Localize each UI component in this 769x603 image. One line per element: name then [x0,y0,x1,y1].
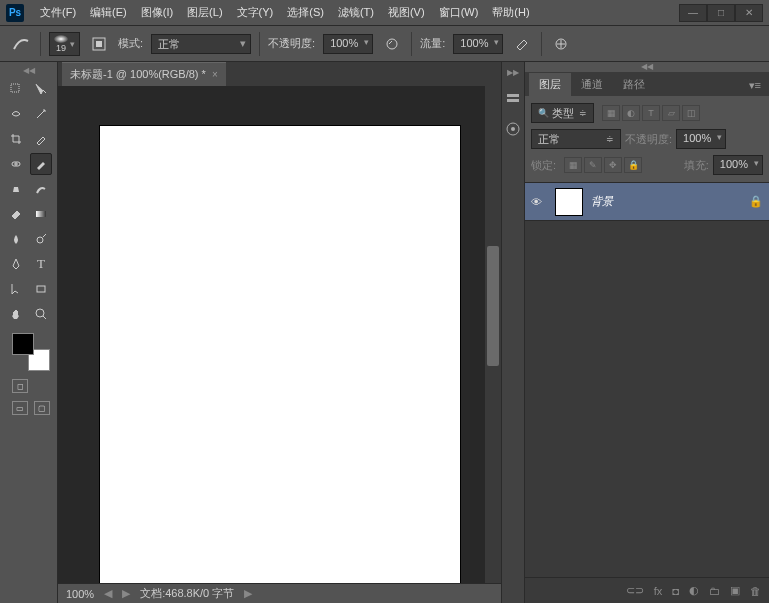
lock-pixels-icon[interactable]: ✎ [584,157,602,173]
layer-blend-mode-value: 正常 [538,132,560,147]
layer-row[interactable]: 👁 背景 🔒 [525,183,769,221]
quick-mask-toggle[interactable]: ◻ [12,379,28,393]
marquee-tool[interactable] [30,78,52,100]
filter-shape-icon[interactable]: ▱ [662,105,680,121]
screen-mode-standard[interactable]: ▭ [12,401,28,415]
menu-layer[interactable]: 图层(L) [181,2,228,23]
maximize-button[interactable]: □ [707,4,735,22]
blend-mode-select[interactable]: 正常 [151,34,251,54]
filter-pixel-icon[interactable]: ▦ [602,105,620,121]
clone-stamp-tool[interactable] [5,178,27,200]
pressure-size-icon[interactable] [550,33,572,55]
panel-menu-icon[interactable]: ▾≡ [741,75,769,96]
type-tool[interactable]: T [30,253,52,275]
pen-tool[interactable] [5,253,27,275]
foreground-color[interactable] [12,333,34,355]
canvas[interactable] [100,126,460,583]
healing-brush-tool[interactable] [5,153,27,175]
gradient-tool[interactable] [30,203,52,225]
tab-layers[interactable]: 图层 [529,73,571,96]
canvas-viewport[interactable] [58,86,501,583]
filter-smart-icon[interactable]: ◫ [682,105,700,121]
lock-all-icon[interactable]: 🔒 [624,157,642,173]
filter-type-select[interactable]: 🔍类型≑ [531,103,594,123]
vertical-scrollbar[interactable] [485,86,501,583]
scrollbar-thumb[interactable] [487,246,499,366]
document-tab-close[interactable]: × [212,69,218,80]
layer-thumbnail[interactable] [555,188,583,216]
zoom-level[interactable]: 100% [66,588,94,600]
pressure-opacity-icon[interactable] [381,33,403,55]
lock-position-icon[interactable]: ✥ [604,157,622,173]
document-tab[interactable]: 未标题-1 @ 100%(RGB/8) * × [62,62,226,86]
minimize-button[interactable]: — [679,4,707,22]
lasso-tool[interactable] [5,103,27,125]
layer-mask-icon[interactable]: ◘ [672,585,679,597]
menu-view[interactable]: 视图(V) [382,2,431,23]
menu-edit[interactable]: 编辑(E) [84,2,133,23]
screen-mode-full[interactable]: ▢ [34,401,50,415]
menu-file[interactable]: 文件(F) [34,2,82,23]
crop-tool[interactable] [5,128,27,150]
delete-layer-icon[interactable]: 🗑 [750,585,761,597]
menu-select[interactable]: 选择(S) [281,2,330,23]
dodge-tool[interactable] [30,228,52,250]
menu-filter[interactable]: 滤镜(T) [332,2,380,23]
tab-paths[interactable]: 路径 [613,73,655,96]
layers-list[interactable]: 👁 背景 🔒 [525,183,769,577]
menu-help[interactable]: 帮助(H) [486,2,535,23]
move-tool[interactable] [5,78,27,100]
layer-blend-mode-select[interactable]: 正常≑ [531,129,621,149]
blur-tool[interactable] [5,228,27,250]
new-layer-icon[interactable]: ▣ [730,584,740,597]
group-icon[interactable]: 🗀 [709,585,720,597]
filter-type-icon[interactable]: T [642,105,660,121]
layer-visibility-icon[interactable]: 👁 [531,196,547,208]
brush-preset-picker[interactable]: 19 ▾ [49,32,80,56]
toolbox-collapse[interactable]: ◀◀ [6,66,51,76]
adjustment-layer-icon[interactable]: ◐ [689,584,699,597]
menu-window[interactable]: 窗口(W) [433,2,485,23]
color-swatches[interactable] [12,333,50,371]
svg-rect-11 [507,99,519,102]
dock-collapse[interactable]: ▶▶ [507,68,519,78]
history-brush-tool[interactable] [30,178,52,200]
panels-collapse[interactable]: ◀◀ [525,62,769,72]
zoom-in-icon[interactable]: ▶ [122,587,130,600]
lock-transparent-icon[interactable]: ▦ [564,157,582,173]
brush-panel-toggle-icon[interactable] [88,33,110,55]
menu-image[interactable]: 图像(I) [135,2,179,23]
layer-style-icon[interactable]: fx [654,585,663,597]
filter-adjust-icon[interactable]: ◐ [622,105,640,121]
airbrush-icon[interactable] [511,33,533,55]
brush-tool[interactable] [30,153,52,175]
svg-rect-10 [507,94,519,97]
layer-name[interactable]: 背景 [591,194,741,209]
link-layers-icon[interactable]: ⊂⊃ [626,584,644,597]
flow-input[interactable]: 100% [453,34,503,54]
eyedropper-tool[interactable] [30,128,52,150]
layer-opacity-input[interactable]: 100% [676,129,726,149]
hand-tool[interactable] [5,303,27,325]
flow-label: 流量: [420,36,445,51]
color-panel-icon[interactable] [504,120,522,138]
fill-input[interactable]: 100% [713,155,763,175]
document-status: 文档:468.8K/0 字节 [140,586,234,601]
zoom-out-icon[interactable]: ◀ [104,587,112,600]
magic-wand-tool[interactable] [30,103,52,125]
close-button[interactable]: ✕ [735,4,763,22]
opacity-label: 不透明度: [268,36,315,51]
separator [411,32,412,56]
tab-channels[interactable]: 通道 [571,73,613,96]
filter-type-label: 类型 [552,106,574,121]
zoom-tool[interactable] [30,303,52,325]
opacity-input[interactable]: 100% [323,34,373,54]
history-panel-icon[interactable] [504,90,522,108]
path-selection-tool[interactable] [5,278,27,300]
rectangle-tool[interactable] [30,278,52,300]
tool-preset-icon[interactable] [10,33,32,55]
canvas-area: 未标题-1 @ 100%(RGB/8) * × 100% ◀ ▶ 文档:468.… [58,62,501,603]
menu-type[interactable]: 文字(Y) [231,2,280,23]
eraser-tool[interactable] [5,203,27,225]
panels-dock: ◀◀ 图层 通道 路径 ▾≡ 🔍类型≑ ▦ ◐ T ▱ ◫ 正常≑ 不透明度: [525,62,769,603]
